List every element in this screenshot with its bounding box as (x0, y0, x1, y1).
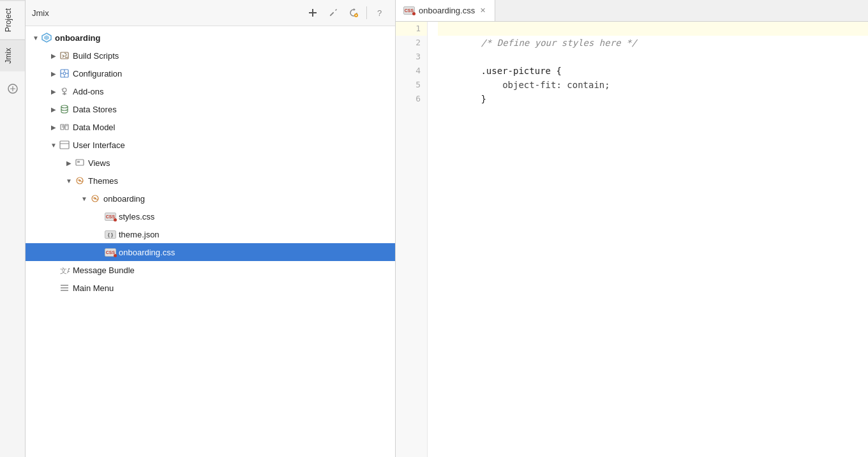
svg-text:文A: 文A (60, 267, 70, 275)
code-brace-5: } (481, 94, 486, 104)
chevron-right-icon-config: ▶ (49, 68, 59, 79)
tree-label-theme-json: theme.json (119, 230, 160, 239)
tree-label-main-menu: Main Menu (73, 283, 114, 293)
data-stores-icon (59, 103, 70, 115)
code-line-1: /* Define your styles here */ (438, 22, 868, 36)
tree-toolbar: ? (304, 4, 389, 22)
sidebar-tab-jmix[interactable]: Jmix (0, 40, 25, 71)
tab-close-button[interactable]: ✕ (479, 5, 487, 16)
tree-label-build-scripts: Build Scripts (73, 51, 119, 61)
tree-item-configuration[interactable]: ▶ Configuration (26, 64, 395, 82)
themes-icon (74, 175, 86, 186)
svg-point-20 (61, 105, 68, 108)
editor-tab-onboarding-css[interactable]: CSS onboarding.css ✕ (396, 0, 495, 21)
line-numbers: 1 2 3 4 5 6 (396, 22, 428, 457)
editor-tabs: CSS onboarding.css ✕ (396, 0, 868, 22)
refresh-button[interactable] (345, 4, 363, 22)
line-num-2: 2 (396, 36, 427, 50)
tab-css-icon: CSS (403, 6, 415, 15)
editor-panel: CSS onboarding.css ✕ 1 2 3 4 5 6 /* Defi… (396, 0, 868, 457)
code-comment-1: /* Define your styles here */ (481, 38, 636, 48)
svg-rect-22 (65, 124, 68, 130)
tree-item-message-bundle[interactable]: ▶ 文A Message Bundle (26, 261, 395, 279)
tree-item-data-model[interactable]: ▶ Data Model (26, 118, 395, 136)
tree-item-data-stores[interactable]: ▶ Data Stores (26, 100, 395, 118)
chevron-right-icon-addon: ▶ (49, 86, 59, 96)
tree-item-onboarding-css[interactable]: ▶ CSS onboarding.css (26, 243, 395, 261)
tree-item-themes[interactable]: ▼ Themes (26, 172, 395, 190)
chevron-down-icon-ui: ▼ (49, 140, 59, 150)
tree-label-themes: Themes (88, 176, 118, 186)
line-num-4: 4 (396, 64, 427, 78)
help-button[interactable]: ? (371, 4, 389, 22)
jmix-project-icon (41, 32, 52, 43)
add-button[interactable] (304, 4, 322, 22)
tree-panel: Jmix (26, 0, 396, 457)
structure-icon[interactable] (1, 77, 25, 101)
code-line-6 (438, 92, 868, 106)
help-icon: ? (375, 8, 385, 18)
svg-marker-7 (44, 35, 49, 40)
tree-label-user-interface: User Interface (73, 140, 125, 150)
svg-rect-3 (329, 11, 334, 16)
line-num-1: 1 (396, 22, 427, 36)
tree-item-build-scripts[interactable]: ▶ Build Scripts (26, 47, 395, 64)
chevron-right-icon-dm: ▶ (49, 122, 59, 132)
tree-label-styles-css: styles.css (119, 212, 154, 221)
configuration-icon (59, 68, 70, 79)
chevron-right-icon: ▶ (49, 50, 59, 61)
sidebar-tab-project[interactable]: Project (0, 0, 25, 40)
views-icon (74, 157, 86, 169)
theme-folder-icon (89, 193, 101, 204)
chevron-right-icon-views: ▶ (64, 158, 74, 168)
line-num-5: 5 (396, 78, 427, 92)
tree-header-title: Jmix (32, 8, 49, 18)
toolbar-separator (366, 6, 367, 19)
svg-rect-27 (60, 141, 69, 149)
svg-text:?: ? (377, 8, 382, 18)
tree-label-data-model: Data Model (73, 123, 115, 132)
tree-item-theme-json[interactable]: ▶ { } theme.json (26, 225, 395, 243)
svg-rect-30 (77, 161, 80, 163)
code-area[interactable]: /* Define your styles here */ .user-pict… (428, 22, 868, 457)
chevron-right-icon-ds: ▶ (49, 104, 59, 114)
message-bundle-icon: 文A (59, 264, 70, 276)
code-selector-3: .user-picture { (481, 66, 561, 76)
data-model-icon (59, 121, 70, 133)
editor-body: 1 2 3 4 5 6 /* Define your styles here *… (396, 22, 868, 457)
line-num-3: 3 (396, 50, 427, 64)
styles-css-icon: CSS (105, 213, 116, 221)
tree-label-configuration: Configuration (73, 69, 122, 79)
svg-point-32 (79, 180, 81, 182)
code-property-4: object-fit: contain; (481, 80, 610, 90)
line-num-6: 6 (396, 92, 427, 106)
tree-header: Jmix (26, 0, 395, 26)
theme-json-icon: { } (105, 230, 116, 239)
user-interface-icon (59, 139, 70, 151)
add-icon (308, 8, 318, 18)
tree-label-views: Views (88, 158, 110, 168)
build-scripts-icon (59, 50, 70, 61)
settings-button[interactable] (324, 4, 342, 22)
onboarding-css-icon: CSS (105, 248, 116, 257)
tree-item-views[interactable]: ▶ Views (26, 154, 395, 172)
tree-label-onboarding: onboarding (55, 33, 101, 43)
tree-label-data-stores: Data Stores (73, 105, 117, 114)
svg-point-34 (94, 198, 96, 200)
tree-item-user-interface[interactable]: ▼ User Interface (26, 136, 395, 154)
svg-point-11 (63, 72, 66, 75)
tree-label-onboarding-css: onboarding.css (119, 248, 175, 257)
tree-item-addons[interactable]: ▶ Add-ons (26, 82, 395, 100)
tree-content: ▼ onboarding ▶ (26, 26, 395, 457)
vertical-sidebar: Project Jmix (0, 0, 26, 457)
tree-item-main-menu[interactable]: ▶ Main Menu (26, 279, 395, 297)
tree-item-styles-css[interactable]: ▶ CSS styles.css (26, 207, 395, 225)
svg-point-19 (62, 89, 64, 91)
tree-item-onboarding-theme[interactable]: ▼ onboarding (26, 190, 395, 207)
chevron-down-icon-themes: ▼ (64, 176, 74, 186)
tab-label: onboarding.css (419, 6, 475, 15)
tree-item-onboarding-root[interactable]: ▼ onboarding (26, 29, 395, 47)
wrench-icon (328, 8, 338, 18)
tree-label-message-bundle: Message Bundle (73, 266, 135, 275)
chevron-down-icon: ▼ (31, 33, 41, 43)
